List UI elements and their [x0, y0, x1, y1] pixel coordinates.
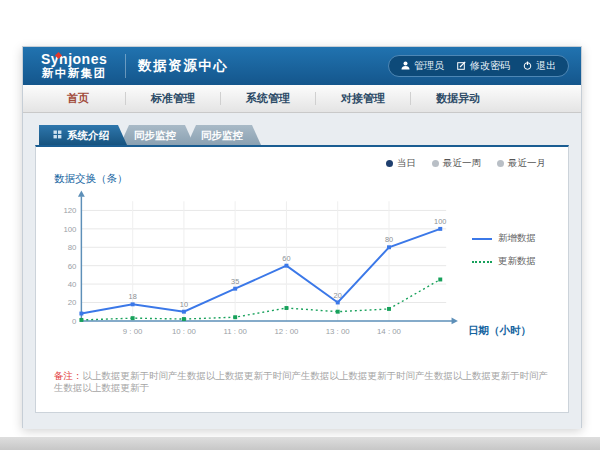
svg-text:12 : 00: 12 : 00	[274, 327, 299, 336]
chart-side-column: 新增数据 更新数据 日期（小时）	[460, 186, 554, 344]
legend-item-new-data[interactable]: 新增数据	[472, 232, 536, 245]
change-password-label: 修改密码	[470, 59, 510, 73]
svg-text:100: 100	[63, 225, 77, 234]
radio-unselected-icon	[497, 160, 504, 167]
svg-text:20: 20	[334, 291, 342, 300]
radio-selected-icon	[386, 160, 393, 167]
svg-text:120: 120	[63, 206, 77, 215]
tab-system-intro[interactable]: 系统介绍	[39, 125, 127, 145]
footnote-text: 以上数据更新于时间产生数据以上数据更新于时间产生数据以上数据更新于时间产生数据以…	[54, 370, 548, 393]
app-title: 数据资源中心	[138, 57, 228, 75]
chart-panel: 当日 最近一周 最近一月 数据交换（条） 0204060801001209 : …	[35, 145, 569, 413]
filter-last-week-label: 最近一周	[443, 157, 481, 170]
logo-primary: Synjones	[41, 52, 107, 67]
solid-line-icon	[472, 238, 492, 240]
svg-text:10 : 00: 10 : 00	[172, 327, 197, 336]
filter-today[interactable]: 当日	[386, 157, 416, 170]
app-header: Synjones 新中新集团 数据资源中心 管理员 修改密码	[23, 47, 581, 85]
user-menu: 管理员 修改密码 退出	[388, 55, 569, 77]
user-menu-item-logout[interactable]: 退出	[523, 59, 556, 73]
power-icon	[523, 61, 532, 72]
svg-text:13 : 00: 13 : 00	[326, 327, 351, 336]
svg-text:0: 0	[72, 317, 77, 326]
header-divider	[125, 54, 126, 78]
nav-item-system-management[interactable]: 系统管理	[221, 92, 316, 105]
main-nav: 首页 标准管理 系统管理 对接管理 数据异动	[23, 85, 581, 113]
svg-text:60: 60	[68, 262, 77, 271]
content-area: 系统介绍 同步监控 同步监控 当日 最近一周	[23, 113, 581, 429]
svg-text:35: 35	[231, 277, 239, 286]
chart-legend: 新增数据 更新数据	[472, 232, 536, 268]
line-chart: 0204060801001209 : 0010 : 0011 : 0012 : …	[50, 186, 460, 344]
radio-unselected-icon	[432, 160, 439, 167]
time-range-filters: 当日 最近一周 最近一月	[50, 157, 546, 170]
user-icon	[401, 61, 410, 72]
tab-sync-monitor-1[interactable]: 同步监控	[120, 125, 194, 145]
svg-text:80: 80	[385, 235, 393, 244]
chart-row: 0204060801001209 : 0010 : 0011 : 0012 : …	[50, 186, 554, 344]
filter-today-label: 当日	[397, 157, 416, 170]
logo-secondary: 新中新集团	[41, 67, 107, 80]
svg-text:10: 10	[180, 300, 188, 309]
svg-text:100: 100	[434, 217, 446, 226]
user-menu-item-admin[interactable]: 管理员	[401, 59, 444, 73]
svg-text:18: 18	[129, 292, 137, 301]
svg-text:80: 80	[68, 243, 77, 252]
filter-last-month[interactable]: 最近一月	[497, 157, 546, 170]
bottom-strip	[0, 437, 600, 450]
grid-icon	[53, 125, 62, 145]
x-axis-title: 日期（小时）	[468, 324, 531, 338]
y-axis-title: 数据交换（条）	[54, 172, 554, 186]
filter-last-month-label: 最近一月	[508, 157, 546, 170]
filter-last-week[interactable]: 最近一周	[432, 157, 481, 170]
legend-updated-data-label: 更新数据	[498, 255, 536, 268]
app-window: Synjones 新中新集团 数据资源中心 管理员 修改密码	[22, 46, 582, 428]
svg-text:14 : 00: 14 : 00	[377, 327, 402, 336]
nav-item-standard-management[interactable]: 标准管理	[126, 92, 221, 105]
svg-text:9 : 00: 9 : 00	[123, 327, 143, 336]
user-menu-admin-label: 管理员	[414, 59, 444, 73]
nav-item-data-change[interactable]: 数据异动	[411, 92, 505, 105]
tab-system-intro-label: 系统介绍	[67, 125, 109, 145]
legend-item-updated-data[interactable]: 更新数据	[472, 255, 536, 268]
user-menu-item-change-password[interactable]: 修改密码	[457, 59, 510, 73]
svg-text:11 : 00: 11 : 00	[224, 327, 248, 336]
footnote-prefix: 备注：	[54, 370, 83, 381]
svg-text:60: 60	[282, 254, 290, 263]
edit-icon	[457, 61, 466, 72]
svg-text:20: 20	[68, 298, 77, 307]
tab-sync-monitor-2[interactable]: 同步监控	[187, 125, 261, 145]
nav-item-home[interactable]: 首页	[31, 92, 126, 105]
footnote: 备注：以上数据更新于时间产生数据以上数据更新于时间产生数据以上数据更新于时间产生…	[54, 370, 554, 395]
logo: Synjones 新中新集团	[35, 52, 113, 80]
page: Synjones 新中新集团 数据资源中心 管理员 修改密码	[0, 0, 600, 450]
svg-text:40: 40	[68, 280, 77, 289]
legend-new-data-label: 新增数据	[498, 232, 536, 245]
dotted-line-icon	[472, 261, 492, 263]
tab-bar: 系统介绍 同步监控 同步监控	[39, 125, 569, 145]
nav-item-interface-management[interactable]: 对接管理	[316, 92, 411, 105]
logout-label: 退出	[536, 59, 556, 73]
